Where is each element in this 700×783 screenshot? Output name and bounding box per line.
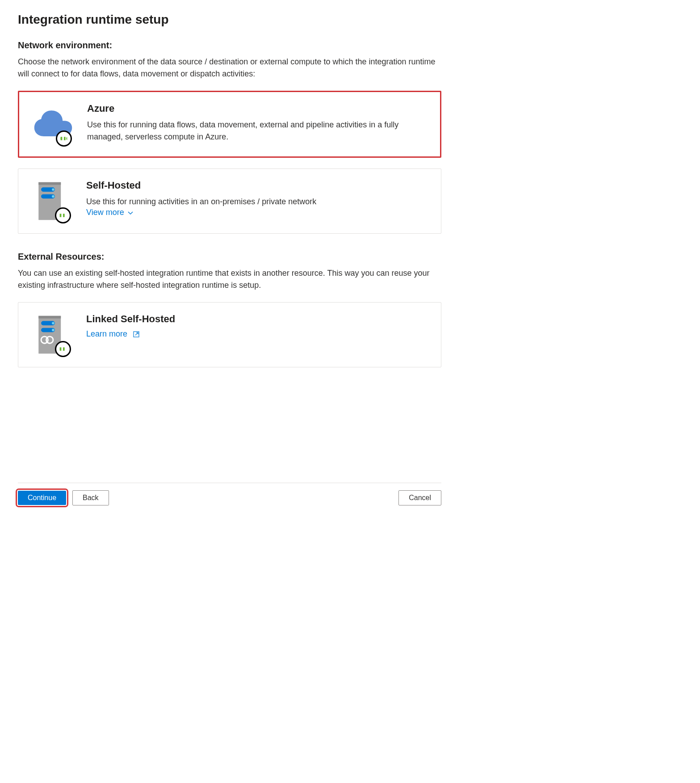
svg-point-11	[52, 329, 54, 332]
svg-point-9	[52, 322, 54, 324]
svg-point-5	[52, 195, 54, 198]
chevron-down-icon	[127, 209, 134, 216]
option-self-hosted-title: Self-Hosted	[86, 180, 428, 191]
external-link-icon	[133, 331, 140, 338]
network-heading: Network environment:	[18, 40, 441, 51]
option-self-hosted[interactable]: Self-Hosted Use this for running activit…	[18, 168, 441, 234]
linked-server-icon	[31, 313, 74, 356]
option-linked-self-hosted[interactable]: Linked Self-Hosted Learn more	[18, 302, 441, 367]
network-description: Choose the network environment of the da…	[18, 56, 441, 80]
view-more-link[interactable]: View more	[86, 208, 134, 217]
option-linked-title: Linked Self-Hosted	[86, 313, 428, 325]
option-azure-description: Use this for running data flows, data mo…	[87, 119, 428, 143]
back-button[interactable]: Back	[72, 490, 109, 505]
svg-rect-1	[38, 182, 61, 185]
cancel-button[interactable]: Cancel	[398, 490, 441, 505]
option-self-hosted-description: Use this for running activities in an on…	[86, 196, 428, 208]
external-heading: External Resources:	[18, 252, 441, 262]
option-azure[interactable]: Azure Use this for running data flows, d…	[18, 91, 441, 158]
option-azure-title: Azure	[87, 103, 428, 114]
view-more-label: View more	[86, 208, 124, 217]
continue-button[interactable]: Continue	[18, 491, 66, 505]
footer-bar: Continue Back Cancel	[18, 483, 441, 505]
svg-rect-7	[38, 316, 61, 319]
learn-more-link[interactable]: Learn more	[86, 329, 140, 339]
server-icon	[31, 180, 74, 223]
svg-point-3	[52, 188, 54, 191]
cloud-icon	[32, 103, 75, 146]
learn-more-label: Learn more	[86, 329, 127, 339]
page-title: Integration runtime setup	[18, 13, 441, 27]
external-description: You can use an existing self-hosted inte…	[18, 267, 441, 291]
